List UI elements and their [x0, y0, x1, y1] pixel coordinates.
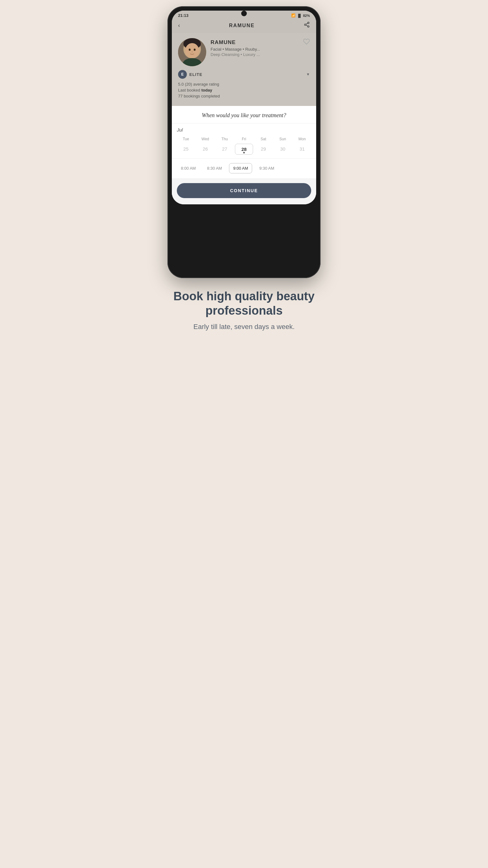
camera-notch [241, 11, 247, 16]
last-booked-prefix: Last booked [178, 88, 201, 92]
avatar [178, 38, 206, 66]
cal-day-30[interactable]: 30 [274, 144, 292, 155]
dropdown-arrow-icon[interactable]: ▼ [306, 72, 310, 76]
signal-icon: ▐▌ [297, 14, 302, 18]
time-slots: 8:00 AM 8:30 AM 9:00 AM 9:30 AM [177, 163, 311, 174]
cal-header-sun: Sun [274, 135, 292, 143]
rating-stat: 5.0 (20) average rating [178, 82, 310, 87]
wifi-icon: 📶 [291, 13, 296, 18]
cal-day-31[interactable]: 31 [293, 144, 311, 155]
cal-day-25[interactable]: 25 [177, 144, 195, 155]
svg-point-8 [185, 43, 199, 58]
svg-line-3 [306, 25, 308, 26]
profile-card: RAMUNE Facial • Massage • Ruuby... Deep … [172, 33, 316, 106]
nav-title: RAMUNE [229, 23, 255, 28]
cal-day-29[interactable]: 29 [254, 144, 272, 155]
cal-header-sat: Sat [254, 135, 272, 143]
time-slot-800[interactable]: 8:00 AM [177, 163, 200, 174]
profile-name: RAMUNE [211, 39, 310, 45]
time-slot-830[interactable]: 8:30 AM [203, 163, 226, 174]
profile-top: RAMUNE Facial • Massage • Ruuby... Deep … [178, 38, 310, 66]
battery-label: 82% [303, 14, 310, 18]
question-section: When would you like your treatment? [172, 106, 316, 123]
page-wrapper: 21:13 📶 ▐▌ 82% ‹ RAMUNE [122, 6, 366, 344]
headline: Book high quality beauty professionals [141, 289, 347, 318]
booking-content: When would you like your treatment? Jul … [172, 106, 316, 204]
calendar-grid: Tue Wed Thu Fri Sat Sun Mon 25 26 27 28 … [177, 135, 311, 155]
bookings-stat: 77 bookings completed [178, 94, 310, 98]
last-booked-value: today [201, 88, 212, 92]
status-time: 21:13 [178, 13, 188, 18]
cal-header-tue: Tue [177, 135, 195, 143]
svg-point-10 [194, 49, 195, 51]
cal-day-27[interactable]: 27 [216, 144, 234, 155]
svg-point-11 [191, 52, 193, 53]
share-button[interactable] [304, 22, 310, 29]
continue-button[interactable]: CONTINUE [177, 183, 311, 198]
time-section: 8:00 AM 8:30 AM 9:00 AM 9:30 AM [172, 159, 316, 179]
time-slot-930[interactable]: 9:30 AM [255, 163, 278, 174]
elite-badge: E [178, 70, 187, 79]
svg-line-4 [306, 23, 308, 24]
calendar-section: Jul Tue Wed Thu Fri Sat Sun Mon 25 26 27 [172, 123, 316, 159]
booking-question: When would you like your treatment? [178, 112, 310, 119]
profile-tags: Deep Cleansing • Luxury ... [211, 52, 310, 57]
month-label: Jul [177, 127, 311, 132]
phone-screen: 21:13 📶 ▐▌ 82% ‹ RAMUNE [172, 11, 316, 204]
badge-row: E ELITE ▼ [178, 70, 310, 79]
profile-info: RAMUNE Facial • Massage • Ruuby... Deep … [211, 38, 310, 57]
favorite-button[interactable] [303, 38, 310, 47]
cal-day-26[interactable]: 26 [196, 144, 214, 155]
continue-section: CONTINUE [172, 179, 316, 204]
time-slot-900[interactable]: 9:00 AM [229, 163, 252, 174]
subline: Early till late, seven days a week. [141, 322, 347, 332]
cal-header-mon: Mon [293, 135, 311, 143]
profile-services: Facial • Massage • Ruuby... [211, 47, 310, 52]
last-booked-stat: Last booked today [178, 88, 310, 92]
back-button[interactable]: ‹ [178, 22, 180, 29]
cal-header-thu: Thu [216, 135, 234, 143]
status-icons: 📶 ▐▌ 82% [291, 13, 310, 18]
phone-shell: 21:13 📶 ▐▌ 82% ‹ RAMUNE [167, 6, 321, 278]
top-nav: ‹ RAMUNE [172, 19, 316, 33]
cal-header-fri: Fri [235, 135, 253, 143]
cal-header-wed: Wed [196, 135, 214, 143]
cal-day-28[interactable]: 28 [235, 144, 253, 155]
elite-label: ELITE [189, 72, 203, 77]
stats-section: 5.0 (20) average rating Last booked toda… [178, 82, 310, 98]
svg-point-9 [189, 49, 190, 51]
bottom-text: Book high quality beauty professionals E… [122, 289, 366, 344]
